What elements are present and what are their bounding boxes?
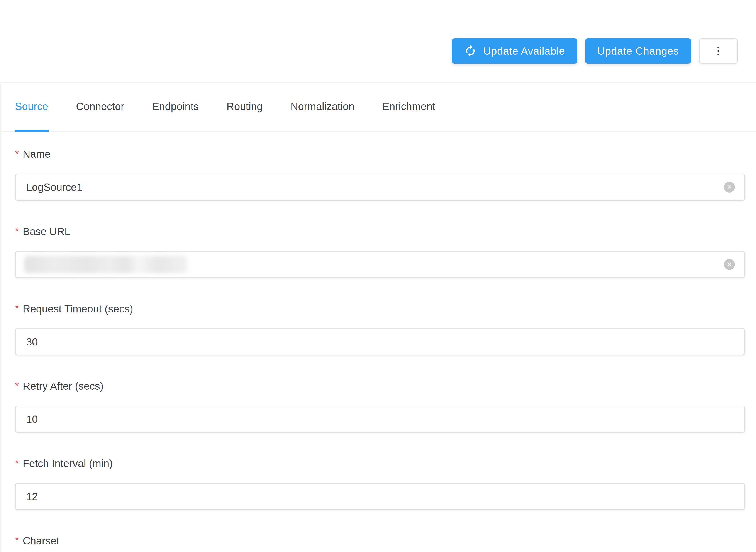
update-available-button[interactable]: Update Available: [452, 38, 577, 63]
sync-icon: [464, 45, 477, 57]
name-input-value: LogSource1: [26, 181, 83, 193]
name-label: * Name: [15, 148, 745, 160]
base-url-label-text: Base URL: [23, 226, 71, 238]
field-retry-after: * Retry After (secs) 10: [15, 380, 745, 433]
charset-label: * Charset: [15, 535, 745, 547]
clear-icon[interactable]: ✕: [724, 182, 735, 192]
request-timeout-label-text: Request Timeout (secs): [23, 303, 133, 315]
base-url-input[interactable]: ✕: [15, 251, 745, 278]
tab-routing[interactable]: Routing: [227, 101, 263, 131]
tab-endpoints[interactable]: Endpoints: [152, 101, 199, 131]
name-input[interactable]: LogSource1 ✕: [15, 174, 745, 200]
retry-after-label-text: Retry After (secs): [23, 380, 104, 392]
redacted-value: [24, 256, 187, 273]
tab-connector[interactable]: Connector: [76, 101, 124, 131]
update-changes-button[interactable]: Update Changes: [585, 38, 691, 63]
field-name: * Name LogSource1 ✕: [15, 148, 745, 200]
retry-after-input-value: 10: [26, 413, 38, 425]
fetch-interval-label-text: Fetch Interval (min): [23, 457, 113, 469]
required-asterisk: *: [15, 535, 19, 546]
required-asterisk: *: [15, 457, 19, 469]
update-available-label: Update Available: [483, 45, 565, 57]
field-base-url: * Base URL ✕: [15, 226, 745, 278]
request-timeout-label: * Request Timeout (secs): [15, 303, 745, 315]
base-url-label: * Base URL: [15, 226, 745, 238]
name-label-text: Name: [23, 148, 50, 160]
required-asterisk: *: [15, 303, 19, 314]
tab-normalization[interactable]: Normalization: [291, 101, 355, 131]
tab-source[interactable]: Source: [15, 101, 48, 131]
field-fetch-interval: * Fetch Interval (min) 12: [15, 457, 745, 510]
retry-after-label: * Retry After (secs): [15, 380, 745, 392]
kebab-vertical-icon: [713, 45, 724, 57]
source-form: * Name LogSource1 ✕ * Base URL ✕ * Requ: [1, 132, 756, 547]
request-timeout-input-value: 30: [26, 336, 38, 348]
field-charset: * Charset: [15, 535, 745, 547]
required-asterisk: *: [15, 380, 19, 392]
clear-icon[interactable]: ✕: [724, 259, 735, 270]
tab-enrichment[interactable]: Enrichment: [382, 101, 435, 131]
fetch-interval-label: * Fetch Interval (min): [15, 457, 745, 469]
required-asterisk: *: [15, 148, 19, 159]
field-request-timeout: * Request Timeout (secs) 30: [15, 303, 745, 355]
header-actions: Update Available Update Changes: [0, 0, 756, 82]
more-options-button[interactable]: [699, 38, 738, 63]
settings-panel: Source Connector Endpoints Routing Norma…: [0, 82, 756, 552]
required-asterisk: *: [15, 226, 19, 237]
fetch-interval-input-value: 12: [26, 491, 38, 503]
fetch-interval-input[interactable]: 12: [15, 483, 745, 510]
charset-label-text: Charset: [23, 535, 59, 547]
retry-after-input[interactable]: 10: [15, 406, 745, 433]
request-timeout-input[interactable]: 30: [15, 328, 745, 355]
update-changes-label: Update Changes: [597, 45, 679, 57]
tab-bar: Source Connector Endpoints Routing Norma…: [1, 83, 756, 132]
